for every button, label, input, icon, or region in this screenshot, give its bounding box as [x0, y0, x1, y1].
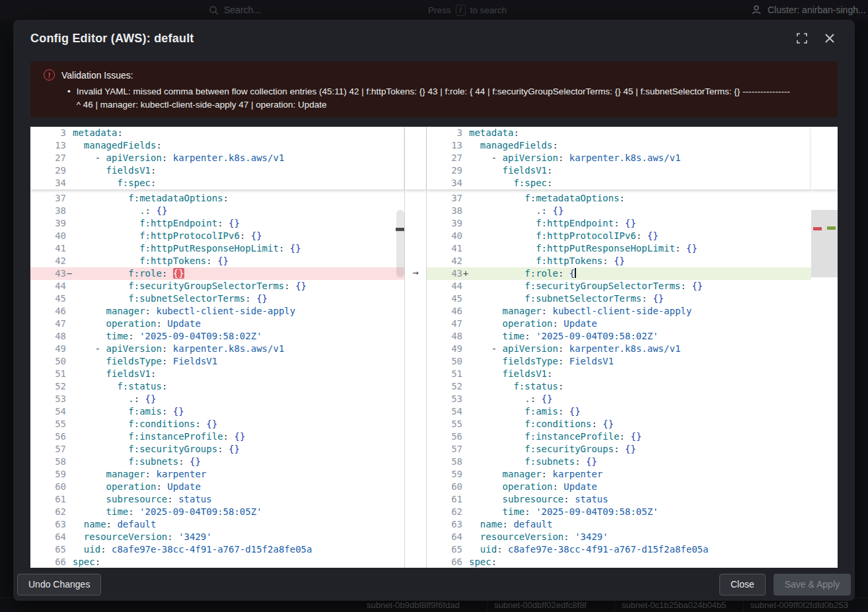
diff-scroll-marker: [396, 228, 404, 231]
diff-marker: [66, 255, 73, 267]
code-text: manager: karpenter: [73, 468, 206, 481]
code-line: 53 .: {}: [427, 393, 811, 405]
code-line: 56 f:instanceProfile: {}: [427, 430, 811, 443]
code-token: :: [145, 469, 157, 479]
minimap[interactable]: [811, 127, 838, 568]
line-number: 52: [427, 380, 462, 393]
code-line: 52 f:status:: [30, 380, 404, 393]
code-token: f:spec: [117, 178, 151, 188]
line-number: 48: [427, 330, 462, 343]
code-token: '3429': [575, 531, 608, 542]
code-token: Update: [563, 318, 597, 329]
diff-marker: [66, 139, 73, 152]
code-token: {}: [542, 393, 553, 404]
code-text: fieldsType: FieldsV1: [469, 355, 614, 368]
code-line: 60 operation: Update: [30, 481, 404, 493]
code-token: :: [167, 494, 178, 504]
code-token: :: [558, 268, 569, 279]
line-number: 45: [427, 292, 462, 305]
left-scrollbar[interactable]: [396, 127, 404, 568]
diff-marker: [66, 217, 73, 230]
code-token: [73, 381, 117, 391]
code-token: {}: [173, 406, 184, 417]
code-token: resourceVersion: [84, 531, 167, 542]
code-token: [73, 456, 128, 467]
code-token: operation: [106, 318, 157, 329]
code-token: metadata: [73, 127, 117, 138]
code-token: :: [591, 419, 602, 429]
diff-marker: [66, 493, 73, 506]
modal-footer: Undo Changes Close Save & Apply: [17, 568, 851, 601]
diff-marker: [66, 343, 73, 355]
code-token: [469, 293, 524, 304]
code-token: f:httpProtocolIPv6: [139, 230, 240, 241]
close-button[interactable]: Close: [719, 574, 766, 595]
code-token: [469, 368, 503, 379]
code-token: :: [145, 205, 157, 216]
code-text: fieldsV1:: [73, 368, 156, 380]
code-token: :: [100, 544, 112, 555]
code-token: [73, 494, 106, 504]
code-line: 59 manager: karpenter: [30, 468, 404, 481]
code-token: {}: [229, 218, 240, 228]
code-text: f:spec:: [73, 177, 156, 189]
code-token: {}: [686, 243, 698, 254]
code-token: [469, 193, 524, 203]
code-token: karpenter: [552, 469, 602, 479]
code-text: operation: Update: [469, 481, 597, 493]
line-number: 64: [30, 531, 66, 543]
line-number: 66: [30, 556, 66, 568]
code-line: 40 f:httpProtocolIPv6: {}: [427, 230, 811, 242]
diff-marker: [66, 305, 73, 318]
line-number: 46: [427, 305, 462, 318]
copy-chunk-arrow[interactable]: →: [405, 267, 426, 279]
code-token: {}: [234, 431, 245, 442]
code-token: status: [575, 494, 608, 504]
code-line: 47 operation: Update: [427, 318, 811, 330]
code-line: 53 .: {}: [30, 393, 404, 405]
diff-marker: [462, 368, 469, 380]
line-number: 44: [427, 280, 462, 292]
code-line: 49 - apiVersion: karpenter.k8s.aws/v1: [427, 343, 811, 355]
line-number: 54: [30, 405, 66, 418]
code-token: :: [620, 193, 625, 203]
bullet-icon: •: [67, 85, 71, 112]
code-token: [469, 494, 503, 504]
code-token: :: [563, 494, 575, 504]
line-number: 52: [30, 380, 66, 393]
code-token: [469, 419, 524, 429]
modal-title: Config Editor (AWS): default: [30, 32, 194, 46]
code-token: kubectl-client-side-apply: [156, 306, 295, 316]
code-line: 46 manager: kubectl-client-side-apply: [427, 305, 811, 318]
fullscreen-button[interactable]: [794, 30, 810, 46]
code-token: time: [503, 331, 525, 341]
code-token: [469, 218, 536, 228]
undo-changes-button[interactable]: Undo Changes: [17, 574, 101, 595]
code-token: :: [491, 557, 497, 567]
code-text: uid: c8afe97e-38cc-4f91-a767-d15f2a8fe05…: [469, 543, 708, 556]
scrollbar-thumb[interactable]: [396, 210, 404, 277]
line-number: 65: [30, 543, 66, 556]
code-token: [469, 140, 480, 151]
code-text: f:subnets: {}: [73, 456, 201, 468]
line-number: 53: [427, 393, 462, 405]
save-apply-button[interactable]: Save & Apply: [774, 574, 851, 595]
code-token: [469, 531, 480, 542]
code-token: fieldsV1: [106, 165, 151, 176]
close-modal-button[interactable]: [822, 30, 838, 46]
code-token: f:subnetSelectorTerms: [524, 293, 641, 304]
code-token: [73, 140, 84, 151]
code-token: f:httpEndpoint: [139, 218, 217, 228]
code-text: operation: Update: [73, 481, 201, 493]
line-number: 60: [30, 481, 66, 493]
code-token: :: [542, 469, 553, 479]
diff-pane-modified[interactable]: 37 f:metadataOptions:38 .: {}39 f:httpEn…: [427, 127, 811, 568]
diff-pane-original[interactable]: 37 f:metadataOptions:38 .: {}39 f:httpEn…: [30, 127, 404, 568]
validation-message-line: Invalid YAML: missed comma between flow …: [77, 85, 790, 98]
code-token: f:securityGroupSelectorTerms: [524, 281, 680, 291]
code-text: time: '2025-09-04T09:58:02Z': [469, 330, 659, 343]
code-token: fieldsType: [106, 356, 162, 366]
code-line: 42 f:httpTokens: {}: [30, 255, 404, 267]
minimap-viewport[interactable]: [811, 210, 838, 277]
code-token: .: [536, 205, 541, 216]
